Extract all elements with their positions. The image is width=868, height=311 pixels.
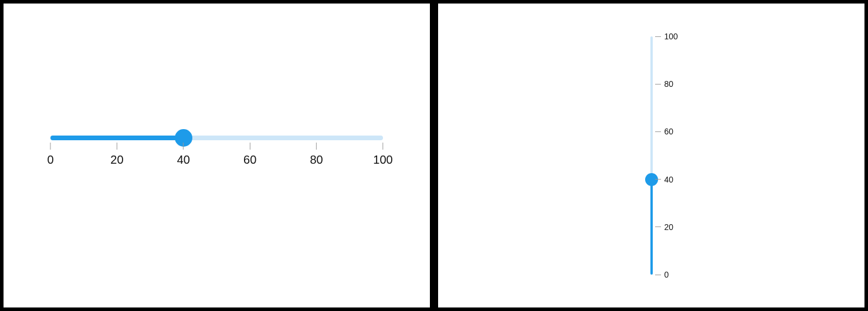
horizontal-slider-ticks: 020406080100 [50,143,383,166]
horizontal-slider-tick: 20 [110,143,123,167]
tick-label: 60 [243,153,256,167]
tick-label: 40 [177,153,190,167]
horizontal-slider-fill [50,136,184,140]
tick-mark [655,84,661,84]
vertical-slider-tick: 60 [653,127,674,136]
tick-label: 100 [373,153,392,167]
vertical-slider-tick: 20 [653,222,674,232]
tick-mark [183,143,184,150]
vertical-slider[interactable]: 020406080100 [650,36,653,275]
tick-label: 100 [664,32,678,41]
tick-mark [117,143,117,150]
tick-mark [316,143,317,150]
horizontal-slider-tick: 100 [373,143,392,167]
vertical-slider-rail[interactable]: 020406080100 [650,36,653,275]
tick-label: 20 [110,153,123,167]
tick-label: 60 [664,127,674,136]
horizontal-slider-tick: 40 [177,143,190,167]
tick-label: 80 [310,153,323,167]
horizontal-slider-tick: 0 [47,143,53,167]
tick-mark [655,36,661,37]
tick-mark [655,131,661,132]
tick-label: 80 [664,79,674,89]
vertical-slider-tick: 40 [653,175,674,184]
vertical-slider-panel: 020406080100 [438,4,864,307]
tick-mark [655,179,661,180]
vertical-slider-tick: 100 [653,32,678,41]
horizontal-slider-tick: 60 [243,143,256,167]
tick-mark [250,143,250,150]
horizontal-slider[interactable]: 020406080100 [50,136,383,166]
tick-mark [383,143,384,150]
horizontal-slider-tick: 80 [310,143,323,167]
tick-mark [655,227,661,227]
horizontal-slider-panel: 020406080100 [4,4,430,307]
tick-mark [50,143,51,150]
tick-mark [655,275,661,275]
tick-label: 40 [664,175,674,184]
tick-label: 0 [47,153,53,167]
vertical-slider-tick: 0 [653,270,669,279]
vertical-slider-tick: 80 [653,79,674,89]
tick-label: 0 [664,270,669,279]
horizontal-slider-rail[interactable] [50,136,383,140]
tick-label: 20 [664,222,674,232]
